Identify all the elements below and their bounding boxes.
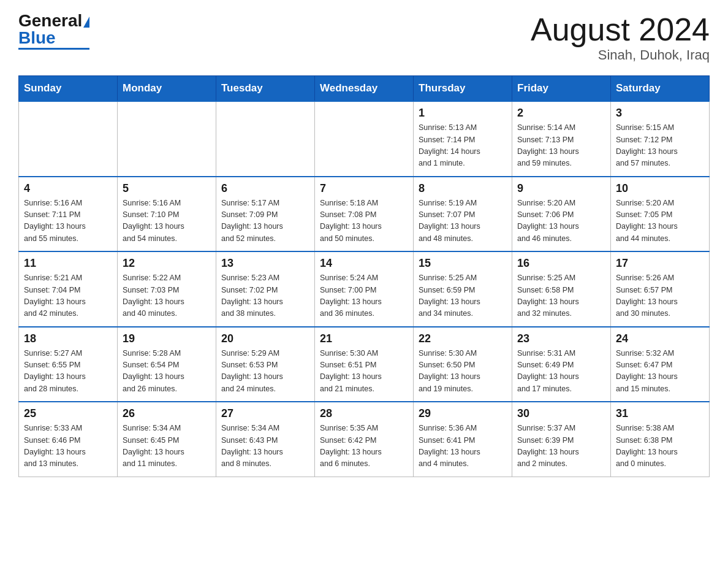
- day-info: Sunrise: 5:21 AM Sunset: 7:04 PM Dayligh…: [24, 272, 112, 320]
- day-info: Sunrise: 5:15 AM Sunset: 7:12 PM Dayligh…: [616, 122, 704, 170]
- location-title: Sinah, Duhok, Iraq: [531, 47, 710, 63]
- day-number: 3: [616, 107, 704, 120]
- day-info: Sunrise: 5:24 AM Sunset: 7:00 PM Dayligh…: [320, 272, 408, 320]
- day-info: Sunrise: 5:30 AM Sunset: 6:50 PM Dayligh…: [419, 348, 507, 396]
- calendar-week-row: 1Sunrise: 5:13 AM Sunset: 7:14 PM Daylig…: [19, 101, 710, 177]
- day-info: Sunrise: 5:13 AM Sunset: 7:14 PM Dayligh…: [419, 122, 507, 170]
- day-number: 20: [221, 332, 309, 345]
- calendar-cell: 27Sunrise: 5:34 AM Sunset: 6:43 PM Dayli…: [216, 402, 315, 477]
- calendar-cell: 17Sunrise: 5:26 AM Sunset: 6:57 PM Dayli…: [611, 251, 710, 327]
- day-number: 13: [221, 257, 309, 270]
- day-info: Sunrise: 5:20 AM Sunset: 7:06 PM Dayligh…: [517, 197, 605, 245]
- calendar-cell: [19, 101, 118, 177]
- day-number: 31: [616, 407, 704, 420]
- day-info: Sunrise: 5:29 AM Sunset: 6:53 PM Dayligh…: [221, 348, 309, 396]
- page-header: General Blue August 2024 Sinah, Duhok, I…: [18, 12, 710, 63]
- day-info: Sunrise: 5:18 AM Sunset: 7:08 PM Dayligh…: [320, 197, 408, 245]
- day-number: 10: [616, 182, 704, 195]
- day-number: 11: [24, 257, 112, 270]
- col-header-sunday: Sunday: [19, 76, 118, 102]
- calendar-cell: 30Sunrise: 5:37 AM Sunset: 6:39 PM Dayli…: [512, 402, 611, 477]
- calendar-cell: 26Sunrise: 5:34 AM Sunset: 6:45 PM Dayli…: [118, 402, 216, 477]
- day-info: Sunrise: 5:34 AM Sunset: 6:45 PM Dayligh…: [123, 423, 211, 470]
- calendar-week-row: 25Sunrise: 5:33 AM Sunset: 6:46 PM Dayli…: [19, 402, 710, 477]
- day-number: 9: [517, 182, 605, 195]
- day-info: Sunrise: 5:20 AM Sunset: 7:05 PM Dayligh…: [616, 197, 704, 245]
- calendar-cell: 6Sunrise: 5:17 AM Sunset: 7:09 PM Daylig…: [216, 177, 315, 252]
- calendar-cell: 1Sunrise: 5:13 AM Sunset: 7:14 PM Daylig…: [414, 101, 512, 177]
- calendar-cell: 24Sunrise: 5:32 AM Sunset: 6:47 PM Dayli…: [611, 327, 710, 402]
- day-info: Sunrise: 5:35 AM Sunset: 6:42 PM Dayligh…: [320, 423, 408, 470]
- day-number: 21: [320, 332, 408, 345]
- day-number: 28: [320, 407, 408, 420]
- day-info: Sunrise: 5:26 AM Sunset: 6:57 PM Dayligh…: [616, 272, 704, 320]
- calendar-cell: 3Sunrise: 5:15 AM Sunset: 7:12 PM Daylig…: [611, 101, 710, 177]
- calendar-cell: 9Sunrise: 5:20 AM Sunset: 7:06 PM Daylig…: [512, 177, 611, 252]
- day-info: Sunrise: 5:38 AM Sunset: 6:38 PM Dayligh…: [616, 423, 704, 470]
- day-number: 1: [419, 107, 507, 120]
- calendar-cell: 5Sunrise: 5:16 AM Sunset: 7:10 PM Daylig…: [118, 177, 216, 252]
- calendar-cell: 20Sunrise: 5:29 AM Sunset: 6:53 PM Dayli…: [216, 327, 315, 402]
- calendar-cell: 15Sunrise: 5:25 AM Sunset: 6:59 PM Dayli…: [414, 251, 512, 327]
- calendar-cell: 22Sunrise: 5:30 AM Sunset: 6:50 PM Dayli…: [414, 327, 512, 402]
- day-info: Sunrise: 5:28 AM Sunset: 6:54 PM Dayligh…: [123, 348, 211, 396]
- day-info: Sunrise: 5:37 AM Sunset: 6:39 PM Dayligh…: [517, 423, 605, 470]
- calendar-cell: 19Sunrise: 5:28 AM Sunset: 6:54 PM Dayli…: [118, 327, 216, 402]
- day-number: 27: [221, 407, 309, 420]
- day-number: 16: [517, 257, 605, 270]
- calendar-cell: 12Sunrise: 5:22 AM Sunset: 7:03 PM Dayli…: [118, 251, 216, 327]
- calendar-cell: 7Sunrise: 5:18 AM Sunset: 7:08 PM Daylig…: [315, 177, 414, 252]
- logo: General Blue: [18, 12, 89, 50]
- calendar-cell: 11Sunrise: 5:21 AM Sunset: 7:04 PM Dayli…: [19, 251, 118, 327]
- calendar-cell: 21Sunrise: 5:30 AM Sunset: 6:51 PM Dayli…: [315, 327, 414, 402]
- day-number: 19: [123, 332, 211, 345]
- day-number: 23: [517, 332, 605, 345]
- col-header-monday: Monday: [118, 76, 216, 102]
- day-info: Sunrise: 5:31 AM Sunset: 6:49 PM Dayligh…: [517, 348, 605, 396]
- calendar-cell: 2Sunrise: 5:14 AM Sunset: 7:13 PM Daylig…: [512, 101, 611, 177]
- calendar-week-row: 4Sunrise: 5:16 AM Sunset: 7:11 PM Daylig…: [19, 177, 710, 252]
- calendar-cell: 4Sunrise: 5:16 AM Sunset: 7:11 PM Daylig…: [19, 177, 118, 252]
- day-info: Sunrise: 5:16 AM Sunset: 7:11 PM Dayligh…: [24, 197, 112, 245]
- day-info: Sunrise: 5:17 AM Sunset: 7:09 PM Dayligh…: [221, 197, 309, 245]
- day-info: Sunrise: 5:25 AM Sunset: 6:58 PM Dayligh…: [517, 272, 605, 320]
- day-info: Sunrise: 5:16 AM Sunset: 7:10 PM Dayligh…: [123, 197, 211, 245]
- day-info: Sunrise: 5:19 AM Sunset: 7:07 PM Dayligh…: [419, 197, 507, 245]
- logo-blue: Blue: [18, 28, 56, 47]
- calendar-cell: 10Sunrise: 5:20 AM Sunset: 7:05 PM Dayli…: [611, 177, 710, 252]
- day-number: 18: [24, 332, 112, 345]
- day-number: 2: [517, 107, 605, 120]
- day-number: 7: [320, 182, 408, 195]
- day-number: 22: [419, 332, 507, 345]
- day-info: Sunrise: 5:22 AM Sunset: 7:03 PM Dayligh…: [123, 272, 211, 320]
- day-number: 8: [419, 182, 507, 195]
- day-number: 26: [123, 407, 211, 420]
- month-title: August 2024: [531, 12, 710, 47]
- day-info: Sunrise: 5:36 AM Sunset: 6:41 PM Dayligh…: [419, 423, 507, 470]
- day-info: Sunrise: 5:34 AM Sunset: 6:43 PM Dayligh…: [221, 423, 309, 470]
- calendar-cell: [118, 101, 216, 177]
- calendar-cell: 16Sunrise: 5:25 AM Sunset: 6:58 PM Dayli…: [512, 251, 611, 327]
- calendar-cell: 25Sunrise: 5:33 AM Sunset: 6:46 PM Dayli…: [19, 402, 118, 477]
- day-number: 4: [24, 182, 112, 195]
- day-info: Sunrise: 5:30 AM Sunset: 6:51 PM Dayligh…: [320, 348, 408, 396]
- calendar-week-row: 18Sunrise: 5:27 AM Sunset: 6:55 PM Dayli…: [19, 327, 710, 402]
- calendar-week-row: 11Sunrise: 5:21 AM Sunset: 7:04 PM Dayli…: [19, 251, 710, 327]
- col-header-tuesday: Tuesday: [216, 76, 315, 102]
- logo-triangle-icon: [83, 17, 89, 28]
- calendar-cell: 18Sunrise: 5:27 AM Sunset: 6:55 PM Dayli…: [19, 327, 118, 402]
- calendar-cell: [216, 101, 315, 177]
- calendar-header-row: SundayMondayTuesdayWednesdayThursdayFrid…: [19, 76, 710, 102]
- day-number: 24: [616, 332, 704, 345]
- calendar-cell: 13Sunrise: 5:23 AM Sunset: 7:02 PM Dayli…: [216, 251, 315, 327]
- day-info: Sunrise: 5:27 AM Sunset: 6:55 PM Dayligh…: [24, 348, 112, 396]
- day-info: Sunrise: 5:32 AM Sunset: 6:47 PM Dayligh…: [616, 348, 704, 396]
- day-number: 14: [320, 257, 408, 270]
- day-number: 29: [419, 407, 507, 420]
- calendar-cell: 31Sunrise: 5:38 AM Sunset: 6:38 PM Dayli…: [611, 402, 710, 477]
- logo-underline: [18, 48, 89, 50]
- col-header-saturday: Saturday: [611, 76, 710, 102]
- day-number: 17: [616, 257, 704, 270]
- calendar-cell: 8Sunrise: 5:19 AM Sunset: 7:07 PM Daylig…: [414, 177, 512, 252]
- calendar-cell: [315, 101, 414, 177]
